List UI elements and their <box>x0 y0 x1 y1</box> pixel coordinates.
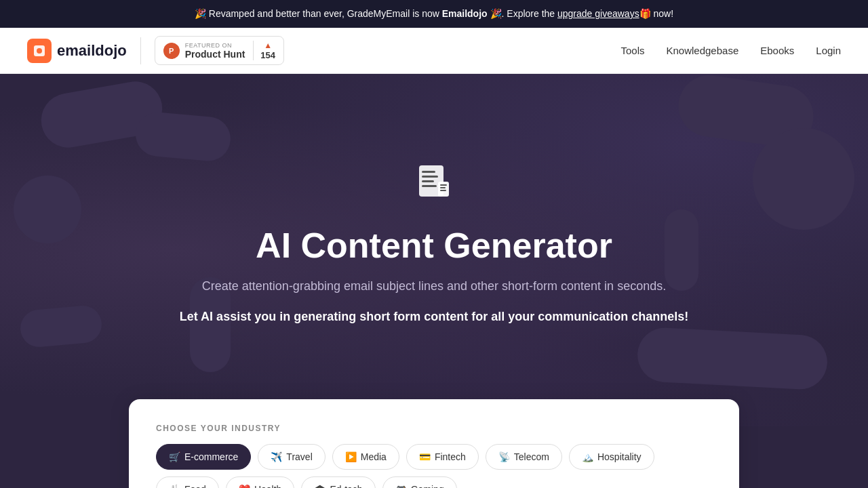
tag-label-travel: Travel <box>286 451 312 462</box>
industry-tag-health[interactable]: ❤️Health <box>226 476 294 488</box>
industry-tag-gaming[interactable]: 🎮Gaming <box>382 476 457 488</box>
tag-icon-edtech: 🎓 <box>314 484 326 488</box>
svg-point-1 <box>37 48 42 54</box>
main-nav: Tools Knowledgebase Ebooks Login <box>620 45 841 56</box>
tag-label-edtech: Ed-tech <box>330 484 362 488</box>
tag-icon-travel: ✈️ <box>271 451 282 462</box>
announcement-bar: 🎉 Revamped and better than ever, GradeMy… <box>0 0 868 28</box>
tag-label-media: Media <box>361 451 387 462</box>
svg-rect-8 <box>440 184 447 186</box>
product-hunt-badge[interactable]: P FEATURED ON Product Hunt ▲ 154 <box>155 36 284 65</box>
hero-title: AI Content Generator <box>256 225 612 266</box>
industry-tags: 🛒E-commerce✈️Travel▶️Media💳Fintech📡Telec… <box>156 444 712 488</box>
tag-icon-telecom: 📡 <box>498 451 510 462</box>
header: emaildojo P FEATURED ON Product Hunt ▲ 1… <box>0 28 868 74</box>
blob-7 <box>636 327 829 391</box>
industry-tag-travel[interactable]: ✈️Travel <box>258 444 325 470</box>
industry-tag-hospitality[interactable]: 🏔️Hospitality <box>569 444 654 470</box>
industry-tag-ecommerce[interactable]: 🛒E-commerce <box>156 444 251 470</box>
upgrade-giveaways-link[interactable]: upgrade giveaways <box>557 8 639 19</box>
industry-tag-food[interactable]: 🍴Food <box>156 476 219 488</box>
tag-label-gaming: Gaming <box>411 484 444 488</box>
tag-icon-food: 🍴 <box>169 484 180 488</box>
tag-icon-health: ❤️ <box>239 484 250 488</box>
logo[interactable]: emaildojo <box>27 39 127 63</box>
logo-icon <box>27 39 52 63</box>
logo-text: emaildojo <box>57 42 127 60</box>
nav-login[interactable]: Login <box>816 45 841 56</box>
svg-rect-5 <box>422 180 434 182</box>
nav-tools[interactable]: Tools <box>620 45 644 56</box>
industry-section-label: CHOOSE YOUR INDUSTRY <box>156 424 712 433</box>
tag-icon-ecommerce: 🛒 <box>169 451 180 462</box>
product-hunt-text: FEATURED ON Product Hunt <box>185 42 245 60</box>
svg-rect-4 <box>422 176 438 178</box>
hero-subtitle: Create attention-grabbing email subject … <box>202 279 666 293</box>
blob-5 <box>753 128 854 230</box>
announcement-text: 🎉 Revamped and better than ever, GradeMy… <box>195 8 673 19</box>
tag-label-food: Food <box>184 484 206 488</box>
industry-tag-media[interactable]: ▶️Media <box>332 444 399 470</box>
svg-rect-7 <box>438 182 449 197</box>
tag-icon-hospitality: 🏔️ <box>582 451 593 462</box>
tag-label-hospitality: Hospitality <box>597 451 642 462</box>
nav-ebooks[interactable]: Ebooks <box>760 45 794 56</box>
svg-rect-9 <box>440 187 446 188</box>
product-hunt-count: ▲ 154 <box>253 41 275 60</box>
industry-tag-telecom[interactable]: 📡Telecom <box>486 444 562 470</box>
svg-rect-3 <box>422 171 435 173</box>
tag-icon-media: ▶️ <box>345 451 357 462</box>
tag-icon-fintech: 💳 <box>419 451 431 462</box>
tag-label-telecom: Telecom <box>514 451 549 462</box>
content-card: CHOOSE YOUR INDUSTRY 🛒E-commerce✈️Travel… <box>129 399 739 488</box>
hero-bold-text: Let AI assist you in generating short fo… <box>180 310 688 324</box>
hero-section: AI Content Generator Create attention-gr… <box>0 74 868 426</box>
blob-2 <box>134 110 232 163</box>
header-left: emaildojo P FEATURED ON Product Hunt ▲ 1… <box>27 36 284 65</box>
blob-8 <box>665 209 698 291</box>
nav-knowledgebase[interactable]: Knowledgebase <box>666 45 738 56</box>
blob-3 <box>14 176 81 243</box>
svg-rect-6 <box>422 185 437 187</box>
tag-label-health: Health <box>254 484 281 488</box>
svg-rect-10 <box>440 190 446 191</box>
tag-label-fintech: Fintech <box>435 451 466 462</box>
blob-6 <box>19 304 103 348</box>
industry-tag-edtech[interactable]: 🎓Ed-tech <box>301 476 375 488</box>
product-hunt-logo: P <box>163 43 180 59</box>
header-divider <box>140 37 141 64</box>
tag-icon-gaming: 🎮 <box>395 484 407 488</box>
industry-tag-fintech[interactable]: 💳Fintech <box>406 444 479 470</box>
hero-icon <box>414 163 454 211</box>
tag-label-ecommerce: E-commerce <box>184 451 238 462</box>
